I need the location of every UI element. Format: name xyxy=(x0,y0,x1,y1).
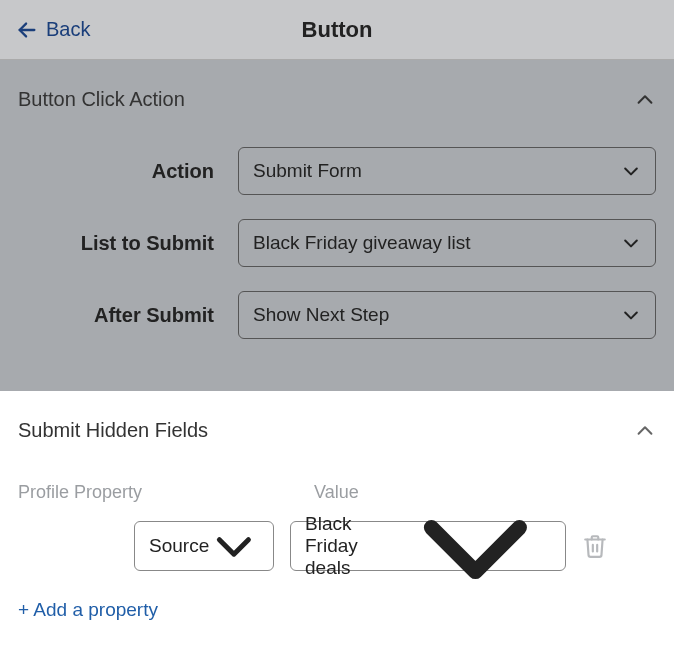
chevron-down-icon xyxy=(621,161,641,181)
select-profile-property[interactable]: Source xyxy=(134,521,274,571)
select-after-submit-value: Show Next Step xyxy=(253,304,389,326)
section-click-action-header[interactable]: Button Click Action xyxy=(0,60,674,135)
back-label: Back xyxy=(46,18,90,41)
trash-icon[interactable] xyxy=(582,533,608,559)
row-action: Action Submit Form xyxy=(0,135,674,207)
row-after-submit: After Submit Show Next Step xyxy=(0,279,674,351)
add-property-label: + Add a property xyxy=(18,599,158,621)
chevron-down-icon xyxy=(400,471,551,622)
section-click-action: Button Click Action Action Submit Form L… xyxy=(0,60,674,391)
section-hidden-fields-header[interactable]: Submit Hidden Fields xyxy=(0,391,674,466)
panel-header: Back Button xyxy=(0,0,674,60)
back-button[interactable]: Back xyxy=(16,18,90,41)
select-action[interactable]: Submit Form xyxy=(238,147,656,195)
label-list-to-submit: List to Submit xyxy=(18,232,238,255)
row-list-to-submit: List to Submit Black Friday giveaway lis… xyxy=(0,207,674,279)
hidden-fields-col-headers: Profile Property Value xyxy=(18,482,656,503)
section-hidden-fields-title: Submit Hidden Fields xyxy=(18,419,208,442)
hidden-field-row: Source Black Friday deals xyxy=(18,521,656,571)
add-property-button[interactable]: + Add a property xyxy=(18,599,158,621)
select-after-submit[interactable]: Show Next Step xyxy=(238,291,656,339)
label-action: Action xyxy=(18,160,238,183)
section-click-action-title: Button Click Action xyxy=(18,88,185,111)
label-after-submit: After Submit xyxy=(18,304,238,327)
select-action-value: Submit Form xyxy=(253,160,362,182)
chevron-up-icon xyxy=(634,420,656,442)
select-hidden-value-value: Black Friday deals xyxy=(305,513,400,579)
chevron-down-icon xyxy=(621,233,641,253)
select-profile-property-value: Source xyxy=(149,535,209,557)
section-hidden-fields: Submit Hidden Fields Profile Property Va… xyxy=(0,391,674,641)
panel-title: Button xyxy=(0,17,674,43)
arrow-left-icon xyxy=(16,19,38,41)
chevron-down-icon xyxy=(621,305,641,325)
chevron-down-icon xyxy=(209,521,259,571)
select-hidden-value[interactable]: Black Friday deals xyxy=(290,521,566,571)
chevron-up-icon xyxy=(634,89,656,111)
select-list-to-submit-value: Black Friday giveaway list xyxy=(253,232,471,254)
col-header-property: Profile Property xyxy=(18,482,314,503)
select-list-to-submit[interactable]: Black Friday giveaway list xyxy=(238,219,656,267)
hidden-fields-body: Profile Property Value Source Black Frid… xyxy=(0,482,674,621)
